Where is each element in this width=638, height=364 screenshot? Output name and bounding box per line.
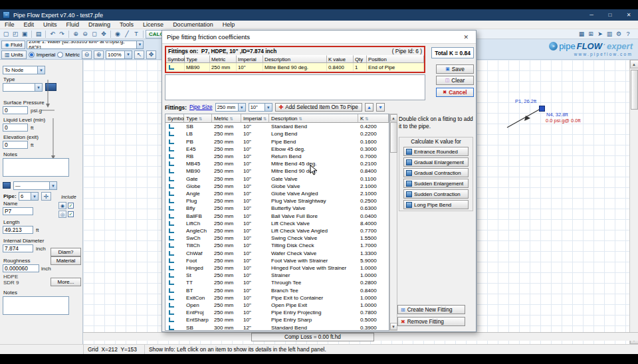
menu-help[interactable]: Help [218,21,240,28]
pipe-notes-field[interactable] [3,296,69,315]
fitting-row[interactable]: BallFB250 mm10"Ball Valve Full Bore0.040… [165,212,389,219]
node-label[interactable]: N4, 32.8ft [546,112,568,118]
help-icon[interactable]: ? [623,30,633,39]
surface-pressure-field[interactable] [3,106,28,114]
clear-button[interactable]: ◫ Clear [436,76,474,85]
dialog-close-icon[interactable]: ✕ [461,34,471,41]
fluid-zone-select[interactable]: Zone 1: Water [62.303105 lb/ft³ at 0.0ps… [27,41,144,49]
sort-icon[interactable]: ⇅ [263,116,266,121]
zoom-out-icon[interactable]: ⊖ [80,30,90,39]
fitting-row[interactable]: Angle250 mm10"Globe Valve Angled2.1000 [165,190,389,197]
save-icon[interactable]: ▣ [20,30,29,39]
calc-gradual-enlargement-button[interactable]: Gradual Enlargement [403,157,469,167]
elevation-field[interactable] [3,141,28,149]
fitting-row[interactable]: RB250 mm10"Return Bend0.7000 [165,153,389,160]
maximize-icon[interactable]: □ [601,9,619,21]
pan-tool-icon[interactable]: ✥ [146,50,156,59]
diam-button[interactable]: Diam? [51,248,81,256]
fitting-row[interactable]: TiltCh250 mm10"Tilting Disk Check1.7000 [165,242,389,249]
fluid-button[interactable]: ◉ Fluid [1,41,25,49]
pipe-number-select[interactable]: 6 ▼ [19,192,39,201]
sort-icon[interactable]: ⇅ [298,116,302,121]
zoom-in-icon[interactable]: ⊕ [94,50,104,59]
fitting-row[interactable]: MB90250 mm10"Mitre Bend 90 deg.0.8400 [165,167,389,175]
cancel-button[interactable]: ✖ Cancel [436,88,474,97]
undo-icon[interactable]: ↶ [48,30,57,39]
fitting-row[interactable]: E45250 mm10"Elbow 45 deg.0.3000 [165,145,389,153]
pipe-size-link[interactable]: Pipe Size [189,104,213,110]
pointer-tool-icon[interactable]: ↖ [134,50,144,59]
redo-icon[interactable]: ↷ [57,30,66,39]
scroll-thumb[interactable] [631,70,638,110]
fitting-row[interactable]: SB300 mm12"Standard Bend0.3900 [165,323,389,330]
fitting-row[interactable]: Bfly250 mm10"Butterfly Valve0.6300 [165,205,389,212]
scroll-down-icon[interactable]: ▼ [390,323,397,330]
pipe-name-field[interactable] [3,207,33,215]
fitting-row[interactable]: SB250 mm10"Standard Bend0.4200 [165,123,389,130]
column-header-type[interactable]: Type⇅ [184,114,212,123]
imperial-radio[interactable] [29,52,35,58]
settings-icon[interactable]: ⚙ [614,30,623,39]
pipe-fittings-list[interactable] [165,74,425,100]
node-notes-field[interactable] [3,158,69,177]
calc-gradual-contraction-button[interactable]: Gradual Contraction [403,168,469,177]
fitting-row[interactable]: MB45250 mm10"Mitre Bend 45 deg.0.2100 [165,160,389,167]
column-header-qty[interactable]: Qty [354,55,367,63]
snap-grid-icon[interactable]: ⊞ [586,30,595,39]
node-tool-icon[interactable]: ◉ [113,30,122,39]
liquid-level-field[interactable] [3,124,28,132]
canvas-vertical-scrollbar[interactable]: ▲ ▼ [629,60,638,344]
fitting-row[interactable]: PB250 mm10"Pipe Bend0.1600 [165,137,389,145]
fitting-row[interactable]: EntSharp250 mm10"Pipe Entry Sharp0.5000 [165,316,389,323]
metric-radio[interactable] [57,52,63,58]
line-style-select[interactable]: — ▼ [13,181,57,190]
new-file-icon[interactable]: ▢ [1,30,11,39]
zoom-fit-icon[interactable]: ◻ [90,30,99,39]
menu-license[interactable]: License [138,21,168,28]
zoom-out-icon[interactable]: ⊖ [82,50,92,59]
column-header-metric[interactable]: Metric [210,55,237,63]
show-grid-icon[interactable]: ▦ [577,30,586,39]
fitting-row[interactable]: Open250 mm10"Open Pipe Exit1.0000 [165,302,389,309]
close-window-icon[interactable]: ✕ [619,9,638,21]
show-results-icon[interactable]: ▥ [605,30,614,39]
fitting-row[interactable]: Gate250 mm10"Gate Valve0.1100 [165,175,389,182]
column-header-imperial[interactable]: Imperial [237,55,263,63]
calc-sudden-contraction-button[interactable]: Sudden Contraction [403,189,469,199]
fitting-row[interactable]: BT250 mm10"Branch Tee0.8400 [165,286,389,294]
roughness-field[interactable] [3,264,39,272]
imperial-size-select[interactable]: 10" ▼ [249,103,272,112]
fitting-row[interactable]: TT250 mm10"Through Tee0.2800 [165,279,389,286]
sort-icon[interactable]: ⇅ [365,116,368,121]
fitting-row[interactable]: SwCh250 mm10"Swing Check Valve1.5500 [165,234,389,242]
fitting-row[interactable]: Foot250 mm10"Foot Valve with Strainer5.9… [165,257,389,264]
pan-icon[interactable]: ✥ [99,30,108,39]
column-header-type[interactable]: Type [185,55,210,63]
column-header-metric[interactable]: Metric⇅ [212,114,241,123]
fitting-row[interactable]: Plug250 mm10"Plug Valve Straightway0.250… [165,197,389,205]
material-button[interactable]: Material [51,256,81,265]
include-end-checkbox[interactable]: ✓ [68,211,74,217]
fitting-row[interactable]: EntProj250 mm10"Pipe Entry Projecting0.7… [165,309,389,316]
scroll-up-icon[interactable]: ▲ [390,114,397,122]
column-header-position[interactable]: Position [367,55,424,63]
calc-entrance-rounded-button[interactable]: Entrance Rounded [403,147,469,156]
column-header-symbol[interactable]: Symbol [166,55,185,63]
print-icon[interactable]: ▤ [34,30,43,39]
scroll-up-icon[interactable]: ▲ [630,60,638,68]
column-header-kvalue[interactable]: K value [327,55,354,63]
dialog-titlebar[interactable]: Pipe fitting friction coefficients ✕ [162,31,476,44]
node-type-select[interactable]: To Node ▼ [3,66,45,74]
open-file-icon[interactable]: ◰ [11,30,20,39]
include-start-checkbox[interactable]: ✓ [68,203,74,209]
text-tool-icon[interactable]: T [132,30,141,39]
type-select[interactable]: ▼ [3,83,43,92]
table-scrollbar[interactable]: ▲ ▼ [389,114,397,331]
sort-icon[interactable]: ⇅ [229,116,233,121]
calc-long-pipe-bend-button[interactable]: Long Pipe Bend [403,200,469,209]
fitting-row[interactable]: ExitCon250 mm10"Pipe Exit to Container1.… [165,294,389,302]
fitting-row[interactable]: LiftCh250 mm10"Lift Check Valve8.4000 [165,220,389,227]
sort-up-icon[interactable]: ▲ [365,103,373,112]
menu-units[interactable]: Units [39,21,62,28]
pipe-color-swatch[interactable] [3,182,11,189]
